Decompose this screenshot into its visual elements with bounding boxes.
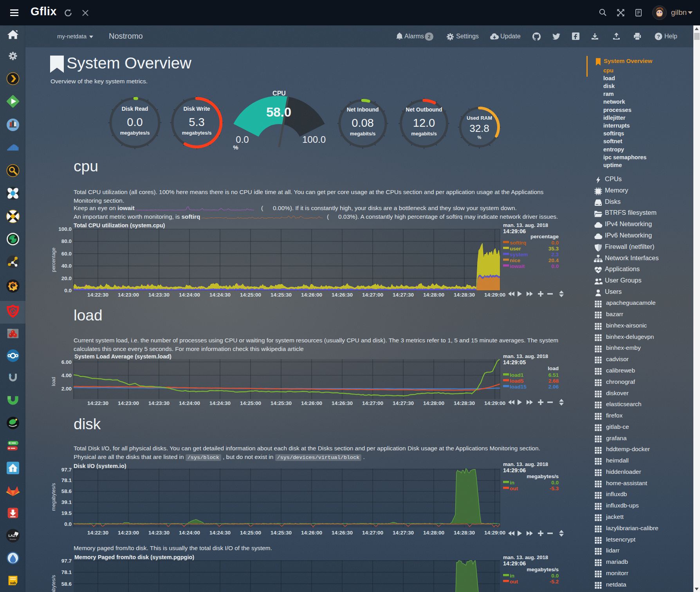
svg-text:out: out	[510, 579, 518, 585]
svg-text:megabytes/s: megabytes/s	[527, 567, 559, 572]
svg-text:14:29:06: 14:29:06	[503, 560, 526, 567]
svg-text:megabytes/s: megabytes/s	[51, 575, 56, 592]
svg-text:Memory Paged from/to disk (sys: Memory Paged from/to disk (system.pgpgio…	[74, 554, 194, 560]
svg-text:in: in	[510, 573, 514, 579]
svg-text:97.7: 97.7	[61, 558, 72, 564]
svg-text:0.0: 0.0	[551, 573, 559, 579]
svg-text:-5.2: -5.2	[550, 579, 559, 585]
svg-text:?: ?	[657, 34, 660, 40]
svg-text:man. 13. aug. 2018: man. 13. aug. 2018	[503, 554, 548, 560]
svg-text:58.6: 58.6	[61, 581, 72, 587]
svg-text:78.1: 78.1	[61, 569, 72, 575]
